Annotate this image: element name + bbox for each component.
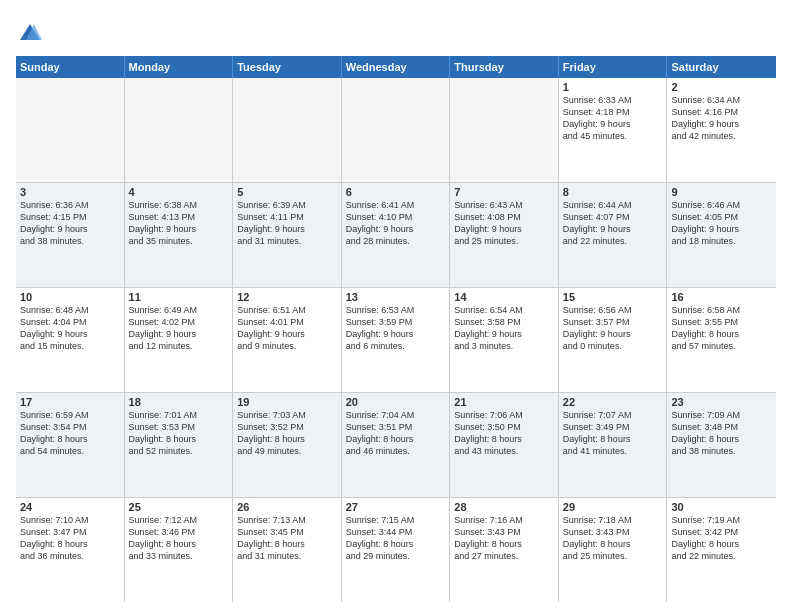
day-info: Sunrise: 7:12 AMSunset: 3:46 PMDaylight:…	[129, 514, 229, 563]
day-number: 7	[454, 186, 554, 198]
cal-cell: 28Sunrise: 7:16 AMSunset: 3:43 PMDayligh…	[450, 498, 559, 602]
cal-cell	[233, 78, 342, 182]
cal-cell: 20Sunrise: 7:04 AMSunset: 3:51 PMDayligh…	[342, 393, 451, 497]
day-info: Sunrise: 6:56 AMSunset: 3:57 PMDaylight:…	[563, 304, 663, 353]
day-number: 14	[454, 291, 554, 303]
day-number: 8	[563, 186, 663, 198]
day-info: Sunrise: 6:33 AMSunset: 4:18 PMDaylight:…	[563, 94, 663, 143]
day-info: Sunrise: 7:10 AMSunset: 3:47 PMDaylight:…	[20, 514, 120, 563]
cal-cell	[16, 78, 125, 182]
cal-cell: 2Sunrise: 6:34 AMSunset: 4:16 PMDaylight…	[667, 78, 776, 182]
cal-cell: 15Sunrise: 6:56 AMSunset: 3:57 PMDayligh…	[559, 288, 668, 392]
cal-cell	[342, 78, 451, 182]
day-info: Sunrise: 6:36 AMSunset: 4:15 PMDaylight:…	[20, 199, 120, 248]
day-info: Sunrise: 7:09 AMSunset: 3:48 PMDaylight:…	[671, 409, 772, 458]
cal-cell: 26Sunrise: 7:13 AMSunset: 3:45 PMDayligh…	[233, 498, 342, 602]
calendar-body: 1Sunrise: 6:33 AMSunset: 4:18 PMDaylight…	[16, 78, 776, 602]
cal-row-3: 17Sunrise: 6:59 AMSunset: 3:54 PMDayligh…	[16, 393, 776, 498]
cal-cell: 13Sunrise: 6:53 AMSunset: 3:59 PMDayligh…	[342, 288, 451, 392]
day-info: Sunrise: 7:15 AMSunset: 3:44 PMDaylight:…	[346, 514, 446, 563]
day-info: Sunrise: 6:59 AMSunset: 3:54 PMDaylight:…	[20, 409, 120, 458]
day-number: 12	[237, 291, 337, 303]
day-number: 24	[20, 501, 120, 513]
day-number: 13	[346, 291, 446, 303]
day-info: Sunrise: 6:44 AMSunset: 4:07 PMDaylight:…	[563, 199, 663, 248]
day-info: Sunrise: 6:46 AMSunset: 4:05 PMDaylight:…	[671, 199, 772, 248]
cal-cell: 17Sunrise: 6:59 AMSunset: 3:54 PMDayligh…	[16, 393, 125, 497]
day-number: 30	[671, 501, 772, 513]
cal-cell: 8Sunrise: 6:44 AMSunset: 4:07 PMDaylight…	[559, 183, 668, 287]
day-number: 27	[346, 501, 446, 513]
cal-cell: 21Sunrise: 7:06 AMSunset: 3:50 PMDayligh…	[450, 393, 559, 497]
logo	[16, 20, 48, 48]
day-number: 16	[671, 291, 772, 303]
day-number: 28	[454, 501, 554, 513]
header-saturday: Saturday	[667, 56, 776, 78]
day-number: 6	[346, 186, 446, 198]
day-number: 21	[454, 396, 554, 408]
day-info: Sunrise: 7:04 AMSunset: 3:51 PMDaylight:…	[346, 409, 446, 458]
cal-cell: 1Sunrise: 6:33 AMSunset: 4:18 PMDaylight…	[559, 78, 668, 182]
cal-row-0: 1Sunrise: 6:33 AMSunset: 4:18 PMDaylight…	[16, 78, 776, 183]
cal-cell: 23Sunrise: 7:09 AMSunset: 3:48 PMDayligh…	[667, 393, 776, 497]
cal-cell: 16Sunrise: 6:58 AMSunset: 3:55 PMDayligh…	[667, 288, 776, 392]
cal-cell: 10Sunrise: 6:48 AMSunset: 4:04 PMDayligh…	[16, 288, 125, 392]
day-info: Sunrise: 7:03 AMSunset: 3:52 PMDaylight:…	[237, 409, 337, 458]
calendar-header: SundayMondayTuesdayWednesdayThursdayFrid…	[16, 56, 776, 78]
day-number: 3	[20, 186, 120, 198]
day-info: Sunrise: 6:54 AMSunset: 3:58 PMDaylight:…	[454, 304, 554, 353]
cal-row-4: 24Sunrise: 7:10 AMSunset: 3:47 PMDayligh…	[16, 498, 776, 602]
day-info: Sunrise: 6:48 AMSunset: 4:04 PMDaylight:…	[20, 304, 120, 353]
day-number: 17	[20, 396, 120, 408]
cal-row-1: 3Sunrise: 6:36 AMSunset: 4:15 PMDaylight…	[16, 183, 776, 288]
day-info: Sunrise: 6:38 AMSunset: 4:13 PMDaylight:…	[129, 199, 229, 248]
cal-cell: 30Sunrise: 7:19 AMSunset: 3:42 PMDayligh…	[667, 498, 776, 602]
cal-cell: 3Sunrise: 6:36 AMSunset: 4:15 PMDaylight…	[16, 183, 125, 287]
day-info: Sunrise: 6:51 AMSunset: 4:01 PMDaylight:…	[237, 304, 337, 353]
logo-icon	[16, 20, 44, 48]
day-number: 15	[563, 291, 663, 303]
day-info: Sunrise: 6:41 AMSunset: 4:10 PMDaylight:…	[346, 199, 446, 248]
day-number: 25	[129, 501, 229, 513]
cal-cell: 9Sunrise: 6:46 AMSunset: 4:05 PMDaylight…	[667, 183, 776, 287]
header-friday: Friday	[559, 56, 668, 78]
header	[16, 16, 776, 48]
header-sunday: Sunday	[16, 56, 125, 78]
day-number: 22	[563, 396, 663, 408]
header-wednesday: Wednesday	[342, 56, 451, 78]
day-number: 26	[237, 501, 337, 513]
day-info: Sunrise: 7:19 AMSunset: 3:42 PMDaylight:…	[671, 514, 772, 563]
header-thursday: Thursday	[450, 56, 559, 78]
day-info: Sunrise: 7:06 AMSunset: 3:50 PMDaylight:…	[454, 409, 554, 458]
cal-row-2: 10Sunrise: 6:48 AMSunset: 4:04 PMDayligh…	[16, 288, 776, 393]
page: SundayMondayTuesdayWednesdayThursdayFrid…	[0, 0, 792, 612]
day-info: Sunrise: 6:49 AMSunset: 4:02 PMDaylight:…	[129, 304, 229, 353]
day-info: Sunrise: 7:01 AMSunset: 3:53 PMDaylight:…	[129, 409, 229, 458]
cal-cell: 29Sunrise: 7:18 AMSunset: 3:43 PMDayligh…	[559, 498, 668, 602]
day-number: 2	[671, 81, 772, 93]
day-info: Sunrise: 7:16 AMSunset: 3:43 PMDaylight:…	[454, 514, 554, 563]
cal-cell: 4Sunrise: 6:38 AMSunset: 4:13 PMDaylight…	[125, 183, 234, 287]
day-number: 4	[129, 186, 229, 198]
calendar: SundayMondayTuesdayWednesdayThursdayFrid…	[16, 56, 776, 602]
cal-cell	[125, 78, 234, 182]
cal-cell	[450, 78, 559, 182]
cal-cell: 14Sunrise: 6:54 AMSunset: 3:58 PMDayligh…	[450, 288, 559, 392]
cal-cell: 27Sunrise: 7:15 AMSunset: 3:44 PMDayligh…	[342, 498, 451, 602]
day-number: 23	[671, 396, 772, 408]
cal-cell: 12Sunrise: 6:51 AMSunset: 4:01 PMDayligh…	[233, 288, 342, 392]
day-number: 11	[129, 291, 229, 303]
cal-cell: 24Sunrise: 7:10 AMSunset: 3:47 PMDayligh…	[16, 498, 125, 602]
cal-cell: 18Sunrise: 7:01 AMSunset: 3:53 PMDayligh…	[125, 393, 234, 497]
cal-cell: 22Sunrise: 7:07 AMSunset: 3:49 PMDayligh…	[559, 393, 668, 497]
cal-cell: 7Sunrise: 6:43 AMSunset: 4:08 PMDaylight…	[450, 183, 559, 287]
day-info: Sunrise: 7:18 AMSunset: 3:43 PMDaylight:…	[563, 514, 663, 563]
day-info: Sunrise: 7:07 AMSunset: 3:49 PMDaylight:…	[563, 409, 663, 458]
cal-cell: 11Sunrise: 6:49 AMSunset: 4:02 PMDayligh…	[125, 288, 234, 392]
day-number: 5	[237, 186, 337, 198]
day-info: Sunrise: 6:43 AMSunset: 4:08 PMDaylight:…	[454, 199, 554, 248]
day-info: Sunrise: 6:53 AMSunset: 3:59 PMDaylight:…	[346, 304, 446, 353]
day-number: 10	[20, 291, 120, 303]
cal-cell: 6Sunrise: 6:41 AMSunset: 4:10 PMDaylight…	[342, 183, 451, 287]
day-number: 18	[129, 396, 229, 408]
